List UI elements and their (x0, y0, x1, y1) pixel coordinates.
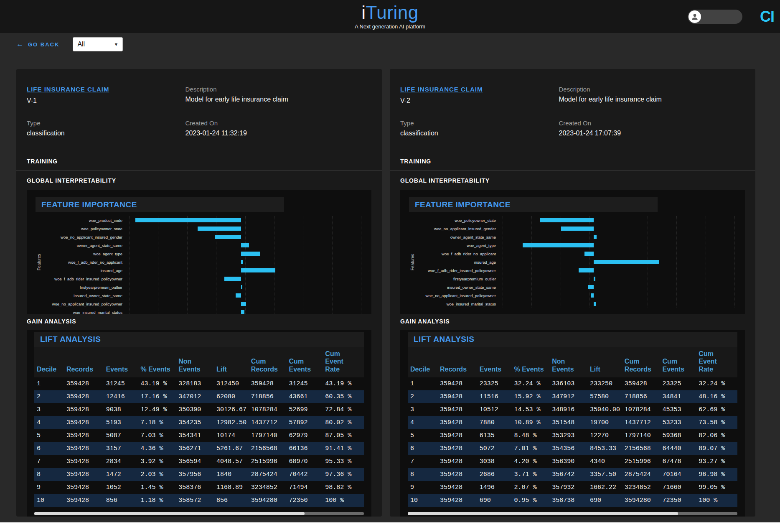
table-cell: 9038 (104, 403, 138, 416)
table-cell: 690 (477, 494, 512, 507)
user-profile-button[interactable] (688, 10, 742, 24)
table-cell: 97.36 % (323, 468, 364, 481)
created-on-label: Created On (185, 120, 372, 127)
table-cell: 98.82 % (323, 481, 364, 494)
feature-row: insured_owner_state_same (42, 291, 363, 300)
feature-row: insured_owner_state_same (416, 283, 736, 291)
table-cell: 12.49 % (138, 403, 176, 416)
feature-bar-track (499, 275, 734, 283)
table-cell: 359428 (64, 468, 104, 481)
table-cell: 2875424 (622, 468, 660, 481)
lift-analysis-header: LIFT ANALYSIS (34, 332, 364, 347)
table-cell: 72350 (287, 494, 323, 507)
table-cell: 0.95 % (512, 494, 550, 507)
table-cell: 357956 (176, 468, 214, 481)
feature-row: insured_age (42, 266, 363, 275)
table-cell: 233250 (587, 377, 622, 390)
table-cell: 23325 (660, 377, 696, 390)
table-cell: 93.27 % (696, 455, 737, 468)
table-cell: 359428 (64, 377, 104, 390)
feature-label: woe_product_code (42, 218, 126, 223)
table-cell: 2 (408, 390, 437, 403)
column-header: Cum Event Rate (323, 347, 364, 377)
table-cell: 359428 (64, 390, 104, 403)
table-cell: 4 (408, 416, 437, 429)
feature-label: firstyearpremium_outlier (416, 277, 499, 281)
feature-label: woe_no_applicant_insured_policyowner (42, 302, 126, 306)
feature-label: firstyearpremium_outlier (42, 285, 126, 290)
table-cell: 10.89 % (512, 416, 550, 429)
feature-bar (241, 285, 242, 289)
table-cell: 43.19 % (323, 377, 364, 390)
table-cell: 354356 (549, 442, 587, 455)
feature-bar (594, 277, 595, 281)
feature-bar-track (499, 233, 734, 241)
lift-table-row: 4359428788010.89 %3515481970014377125323… (408, 416, 737, 429)
table-cell: 8 (34, 468, 64, 481)
table-cell: 5 (408, 429, 437, 442)
description-label: Description (559, 86, 745, 93)
training-section-title: TRAINING (16, 158, 382, 171)
table-cell: 356271 (176, 442, 214, 455)
gain-analysis-title: GAIN ANALYSIS (27, 318, 371, 325)
feature-bar-track (126, 266, 361, 275)
table-cell: 4 (34, 416, 64, 429)
horizontal-scrollbar[interactable] (34, 512, 364, 515)
table-cell: 2.07 % (512, 481, 550, 494)
y-axis-label: Features (409, 216, 416, 308)
type-value: classification (27, 130, 185, 137)
feature-bar (241, 268, 276, 272)
feature-row: woe_product_code (42, 216, 363, 224)
go-back-link[interactable]: ← GO BACK (16, 40, 59, 48)
model-name-link[interactable]: LIFE INSURANCE CLAIM (400, 86, 483, 93)
table-cell: 358738 (549, 494, 587, 507)
feature-bar (594, 235, 596, 239)
table-cell: 14.53 % (512, 403, 550, 416)
table-cell: 82.06 % (696, 429, 737, 442)
created-on-label: Created On (559, 120, 745, 127)
table-cell: 359428 (64, 481, 104, 494)
chevron-down-icon: ▼ (114, 42, 119, 47)
table-cell: 718856 (249, 390, 287, 403)
model-name-link[interactable]: LIFE INSURANCE CLAIM (27, 86, 109, 93)
table-cell: 6 (408, 442, 437, 455)
feature-bar-track (499, 258, 734, 266)
feature-bar-track (126, 291, 361, 300)
table-cell: 5072 (477, 442, 512, 455)
scrollbar-thumb[interactable] (408, 512, 678, 515)
feature-row: woe_insured_marital_status (42, 308, 363, 314)
table-cell: 99.05 % (696, 481, 737, 494)
filter-select[interactable]: All ▼ (73, 37, 123, 51)
table-cell: 52699 (287, 403, 323, 416)
lift-table-row: 735942828343.92 %3565944048.572515996689… (34, 455, 364, 468)
table-cell: 62979 (287, 429, 323, 442)
table-cell: 3 (408, 403, 437, 416)
table-cell: 359428 (437, 468, 477, 481)
table-cell: 2875424 (249, 468, 287, 481)
horizontal-scrollbar[interactable] (408, 512, 737, 515)
feature-bar-track (126, 233, 361, 241)
logo-main: Turing (366, 2, 419, 23)
toolbar: ← GO BACK All ▼ (16, 37, 780, 51)
feature-importance-chart: Features woe_product_codewoe_policyowner… (36, 216, 363, 314)
feature-bar (236, 293, 241, 298)
scrollbar-thumb[interactable] (34, 512, 305, 515)
feature-bar (584, 252, 594, 256)
table-cell: 31245 (104, 377, 138, 390)
feature-bar-track (499, 224, 734, 233)
column-header: Events (477, 347, 512, 377)
feature-label: woe_f_adb_rider_insured_policyowner (416, 268, 499, 273)
table-cell: 53233 (660, 416, 696, 429)
table-cell: 356594 (176, 455, 214, 468)
table-cell: 359428 (437, 481, 477, 494)
table-cell: 2515996 (249, 455, 287, 468)
table-cell: 3157 (104, 442, 138, 455)
lift-analysis-table: DecileRecordsEvents% EventsNon EventsLif… (408, 347, 737, 507)
table-cell: 2834 (104, 455, 138, 468)
feature-label: woe_no_applicant_insured_gender (42, 235, 126, 239)
table-cell: 66136 (287, 442, 323, 455)
table-cell: 59368 (660, 429, 696, 442)
feature-label: insured_owner_state_same (416, 285, 499, 290)
table-cell: 31245 (287, 377, 323, 390)
table-cell: 359428 (64, 494, 104, 507)
